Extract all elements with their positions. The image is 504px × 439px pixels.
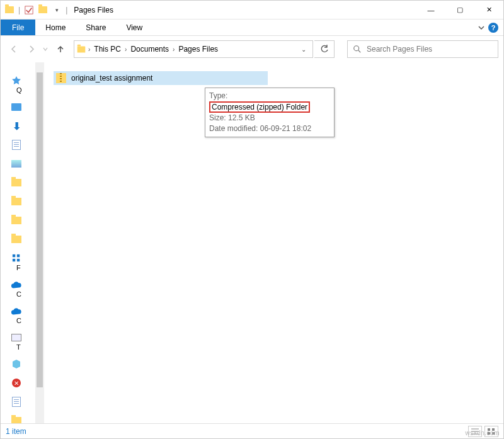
- sidebar-item-folder[interactable]: [11, 215, 22, 226]
- tab-view[interactable]: View: [116, 20, 152, 35]
- separator: |: [18, 6, 20, 14]
- tooltip-date: Date modified: 06-09-21 18:02: [209, 123, 330, 134]
- svg-rect-6: [17, 259, 20, 261]
- sidebar-item-this-pc[interactable]: T: [10, 332, 23, 351]
- svg-rect-5: [13, 259, 15, 261]
- sidebar[interactable]: Q ⬇ F C C T ✕: [1, 62, 32, 423]
- svg-line-2: [358, 50, 361, 53]
- pc-icon: [11, 332, 22, 343]
- folder-icon: [38, 5, 48, 15]
- up-button[interactable]: [52, 41, 69, 57]
- zip-icon: [56, 73, 66, 83]
- checkbox-icon[interactable]: [24, 5, 34, 15]
- minimize-button[interactable]: —: [416, 1, 445, 20]
- window-controls: — ▢ ✕: [416, 1, 503, 20]
- pictures-icon: [11, 158, 22, 169]
- ribbon: File Home Share View ?: [1, 20, 503, 36]
- main-area: Q ⬇ F C C T ✕ original_test assignment T…: [1, 62, 503, 423]
- sidebar-item-desktop[interactable]: [11, 101, 22, 113]
- status-bar: 1 item: [1, 423, 503, 438]
- sidebar-item-3d[interactable]: [11, 358, 22, 370]
- sidebar-item-quick-access[interactable]: Q: [10, 75, 23, 94]
- title-bar-left: | ▾ | Pages Files: [1, 5, 113, 15]
- watermark: wsxdn.com: [465, 430, 500, 436]
- error-icon: ✕: [11, 377, 22, 389]
- search-input[interactable]: Search Pages Files: [347, 40, 498, 58]
- search-icon: [353, 45, 362, 54]
- breadcrumb-documents[interactable]: Documents: [128, 45, 171, 54]
- breadcrumb-current[interactable]: Pages Files: [176, 45, 220, 54]
- folder-icon: [77, 46, 86, 52]
- tooltip: Type: Compressed (zipped) Folder Size: 1…: [205, 88, 335, 137]
- folder-icon: [11, 196, 22, 207]
- window-title: Pages Files: [74, 6, 113, 14]
- ribbon-collapse-icon[interactable]: [478, 22, 484, 33]
- star-icon: [11, 75, 22, 86]
- chevron-right-icon[interactable]: ›: [171, 46, 176, 53]
- chevron-right-icon[interactable]: ›: [87, 46, 91, 53]
- cloud-icon: [11, 279, 22, 290]
- file-item[interactable]: original_test assignment: [54, 71, 268, 85]
- file-tab[interactable]: File: [1, 20, 35, 35]
- tooltip-size: Size: 12.5 KB: [209, 113, 330, 123]
- breadcrumb-this-pc[interactable]: This PC: [91, 45, 123, 54]
- tab-home[interactable]: Home: [35, 20, 76, 35]
- back-button[interactable]: [6, 41, 22, 57]
- sidebar-item-folder[interactable]: [11, 196, 22, 207]
- folder-icon: [11, 234, 22, 245]
- sidebar-item-error[interactable]: ✕: [11, 377, 22, 389]
- refresh-button[interactable]: [314, 40, 335, 58]
- separator: |: [66, 6, 67, 14]
- chevron-right-icon[interactable]: ›: [123, 46, 128, 53]
- document-icon: [11, 139, 22, 151]
- sidebar-item-onedrive[interactable]: C: [10, 305, 23, 324]
- file-name: original_test assignment: [71, 74, 152, 83]
- file-list[interactable]: original_test assignment Type: Compresse…: [32, 62, 503, 423]
- sidebar-item-onedrive[interactable]: C: [10, 279, 23, 298]
- sidebar-item-folder[interactable]: [11, 177, 22, 188]
- title-bar: | ▾ | Pages Files — ▢ ✕: [1, 1, 503, 20]
- svg-rect-3: [13, 254, 15, 257]
- sidebar-item-downloads[interactable]: ⬇: [11, 120, 22, 132]
- address-dropdown-icon[interactable]: ⌄: [297, 46, 310, 53]
- sidebar-item-pictures[interactable]: [11, 158, 22, 169]
- grid-icon: [11, 253, 22, 264]
- sidebar-item-documents[interactable]: [11, 139, 22, 151]
- desktop-icon: [11, 101, 22, 113]
- sidebar-item-folder[interactable]: [11, 234, 22, 245]
- folder-icon: [11, 177, 22, 188]
- svg-rect-4: [17, 254, 20, 257]
- tab-share[interactable]: Share: [76, 20, 116, 35]
- tooltip-type: Type: Compressed (zipped) Folder: [209, 91, 330, 113]
- ribbon-right: ?: [478, 20, 503, 35]
- sidebar-item-apps[interactable]: F: [10, 253, 23, 271]
- close-button[interactable]: ✕: [474, 1, 503, 20]
- folder-icon: [11, 215, 22, 226]
- history-dropdown-icon[interactable]: [41, 41, 50, 57]
- help-icon[interactable]: ?: [488, 23, 498, 33]
- qat-dropdown-icon[interactable]: ▾: [52, 5, 62, 15]
- folder-icon: [4, 5, 14, 15]
- address-bar[interactable]: › This PC › Documents › Pages Files ⌄: [74, 40, 313, 58]
- nav-row: › This PC › Documents › Pages Files ⌄ Se…: [1, 36, 503, 62]
- maximize-button[interactable]: ▢: [445, 1, 474, 20]
- sidebar-item-documents[interactable]: [11, 396, 22, 408]
- svg-point-1: [354, 46, 359, 51]
- cube-icon: [11, 358, 22, 370]
- forward-button[interactable]: [23, 41, 40, 57]
- document-icon: [11, 396, 22, 408]
- download-icon: ⬇: [11, 120, 22, 132]
- cloud-icon: [11, 305, 22, 317]
- item-count: 1 item: [6, 427, 26, 436]
- search-placeholder: Search Pages Files: [367, 45, 432, 54]
